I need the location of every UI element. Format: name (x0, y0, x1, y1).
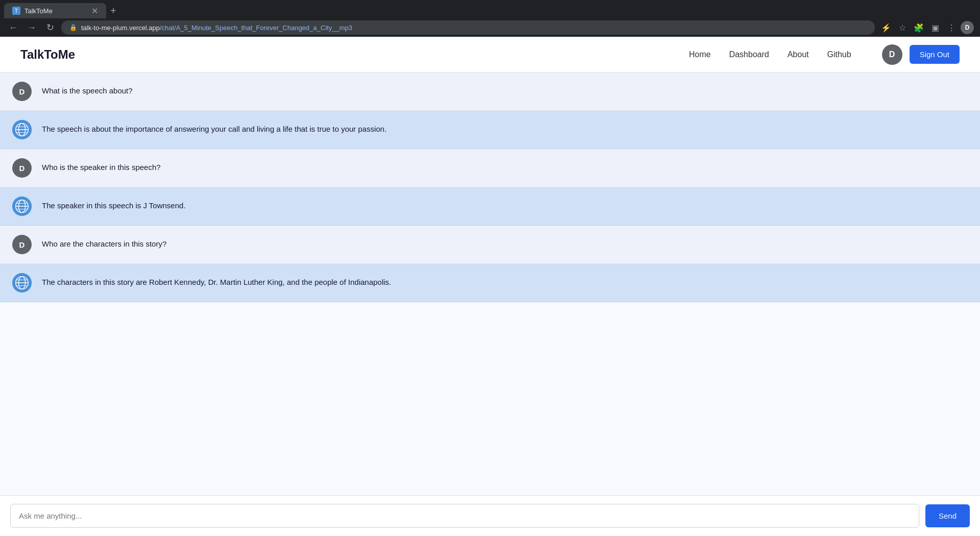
chat-area: DWhat is the speech about? The speech is… (0, 72, 980, 495)
sign-out-button[interactable]: Sign Out (910, 45, 960, 64)
nav-github[interactable]: Github (827, 50, 851, 59)
user-avatar[interactable]: D (882, 44, 902, 65)
user-message-avatar: D (12, 158, 32, 178)
ai-message-avatar (12, 120, 32, 139)
tab-title: TalkToMe (24, 7, 53, 15)
app: TalkToMe Home Dashboard About Github D S… (0, 37, 980, 536)
message-text: Who are the characters in this story? (42, 235, 166, 250)
reload-button[interactable]: ↻ (43, 20, 57, 35)
message-text: Who is the speaker in this speech? (42, 158, 161, 174)
chat-message: DWho are the characters in this story? (0, 226, 980, 264)
address-bar[interactable]: 🔒 talk-to-me-plum.vercel.app/chat/A_5_Mi… (61, 20, 875, 35)
browser-profile[interactable]: D (961, 21, 974, 34)
app-nav: Home Dashboard About Github (689, 50, 851, 59)
chat-message: DWhat is the speech about? (0, 72, 980, 111)
back-button[interactable]: ← (6, 20, 20, 35)
chat-message: The characters in this story are Robert … (0, 264, 980, 302)
chat-message: DWho is the speaker in this speech? (0, 149, 980, 187)
nav-dashboard[interactable]: Dashboard (729, 50, 769, 59)
browser-actions: ⚡ ☆ 🧩 ▣ ⋮ D (879, 20, 974, 35)
header-actions: D Sign Out (882, 44, 960, 65)
lock-icon: 🔒 (69, 24, 77, 31)
forward-button[interactable]: → (24, 20, 39, 35)
url-display: talk-to-me-plum.vercel.app/chat/A_5_Minu… (81, 24, 352, 32)
menu-button[interactable]: ⋮ (944, 20, 959, 35)
browser-chrome: T TalkToMe ✕ + ← → ↻ 🔒 talk-to-me-plum.v… (0, 0, 980, 37)
tab-favicon: T (12, 7, 20, 15)
nav-home[interactable]: Home (689, 50, 711, 59)
bookmark-button[interactable]: ☆ (895, 20, 910, 35)
ai-message-avatar (12, 273, 32, 293)
message-text: The characters in this story are Robert … (42, 273, 391, 288)
app-logo: TalkToMe (20, 47, 75, 62)
message-text: The speech is about the importance of an… (42, 120, 386, 135)
nav-about[interactable]: About (788, 50, 809, 59)
chat-message: The speaker in this speech is J Townsend… (0, 187, 980, 226)
ai-message-avatar (12, 197, 32, 216)
user-message-avatar: D (12, 235, 32, 254)
new-tab-button[interactable]: + (106, 3, 120, 19)
app-header: TalkToMe Home Dashboard About Github D S… (0, 37, 980, 72)
input-area: Send (0, 495, 980, 536)
tab-close-button[interactable]: ✕ (91, 6, 98, 16)
message-text: What is the speech about? (42, 82, 133, 97)
user-message-avatar: D (12, 82, 32, 101)
chat-message: The speech is about the importance of an… (0, 111, 980, 149)
browser-tab-active[interactable]: T TalkToMe ✕ (4, 3, 106, 18)
browser-tabs: T TalkToMe ✕ + (0, 0, 980, 18)
chat-input[interactable] (10, 504, 919, 528)
sidebar-button[interactable]: ▣ (928, 20, 942, 35)
extensions-button[interactable]: ⚡ (879, 20, 893, 35)
puzzle-button[interactable]: 🧩 (912, 20, 926, 35)
message-text: The speaker in this speech is J Townsend… (42, 197, 186, 212)
send-button[interactable]: Send (925, 504, 970, 527)
browser-toolbar: ← → ↻ 🔒 talk-to-me-plum.vercel.app/chat/… (0, 18, 980, 37)
